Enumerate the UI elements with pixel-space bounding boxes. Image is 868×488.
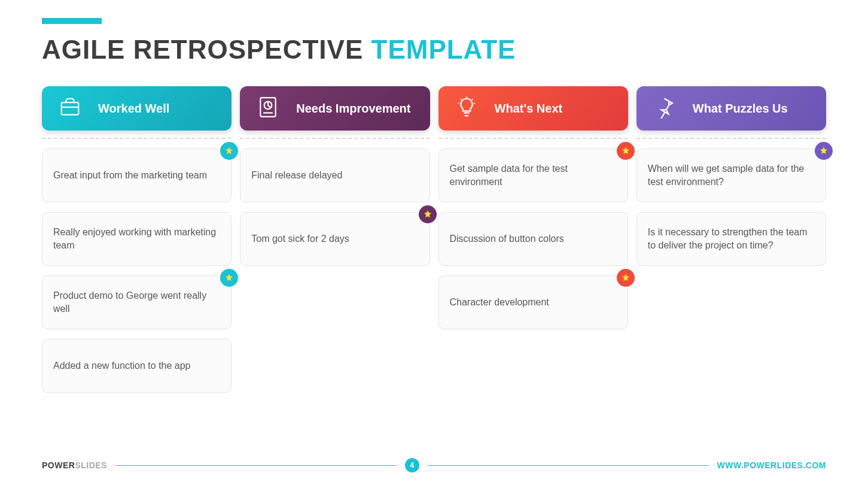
card-text: Tom got sick for 2 days — [251, 232, 349, 245]
retro-board: Worked Well Great input from the marketi… — [42, 86, 826, 402]
card-text: Is it necessary to strengthen the team t… — [648, 226, 815, 251]
retro-card: Get sample data for the test environment — [438, 148, 628, 202]
brand-light: SLIDES — [75, 460, 107, 470]
retro-card: Is it necessary to strengthen the team t… — [636, 212, 826, 266]
title-accent: TEMPLATE — [371, 35, 516, 64]
dashed-divider — [438, 138, 628, 139]
brand-main: POWER — [42, 460, 75, 470]
page-title: AGILE RETROSPECTIVE TEMPLATE — [42, 35, 826, 65]
retro-card: When will we get sample data for the tes… — [636, 148, 826, 202]
star-badge — [815, 142, 833, 160]
pie-doc-icon — [257, 96, 279, 122]
card-text: Really enjoyed working with marketing te… — [53, 226, 220, 251]
svg-rect-0 — [62, 102, 79, 115]
column-header-worked-well: Worked Well — [42, 86, 232, 131]
footer-line-right — [428, 465, 709, 466]
column-header-needs-improvement: Needs Improvement — [240, 86, 430, 131]
dashed-divider — [42, 138, 232, 139]
svg-rect-1 — [261, 98, 276, 117]
column-label: What's Next — [495, 102, 563, 116]
column-whats-next: What's Next Get sample data for the test… — [438, 86, 628, 402]
card-text: Character development — [450, 296, 549, 309]
footer: POWERSLIDES 4 WWW.POWERLIDES.COM — [42, 458, 826, 472]
retro-card: Discussion of button colors — [438, 212, 628, 266]
star-badge — [220, 269, 238, 287]
column-header-what-puzzles-us: What Puzzles Us — [636, 86, 826, 131]
title-main: AGILE RETROSPECTIVE — [42, 35, 371, 64]
card-text: When will we get sample data for the tes… — [648, 162, 815, 188]
card-text: Get sample data for the test environment — [450, 162, 617, 188]
card-text: Product demo to George went really well — [53, 289, 220, 315]
card-text: Added a new function to the app — [53, 359, 191, 372]
card-text: Final release delayed — [251, 169, 342, 182]
card-text: Great input from the marketing team — [53, 169, 207, 182]
column-label: What Puzzles Us — [693, 102, 788, 116]
column-label: Needs Improvement — [296, 102, 410, 116]
footer-url: WWW.POWERLIDES.COM — [717, 460, 826, 470]
dashed-divider — [636, 138, 826, 139]
card-text: Discussion of button colors — [450, 232, 564, 245]
star-badge — [220, 142, 238, 160]
retro-card: Product demo to George went really well — [42, 275, 232, 329]
lightbulb-icon — [455, 96, 478, 122]
star-badge — [419, 205, 437, 223]
pushpin-icon — [653, 96, 676, 122]
retro-card: Character development — [438, 275, 628, 329]
column-what-puzzles-us: What Puzzles Us When will we get sample … — [636, 86, 826, 402]
column-header-whats-next: What's Next — [438, 86, 628, 131]
column-label: Worked Well — [98, 102, 169, 116]
retro-card: Really enjoyed working with marketing te… — [42, 212, 232, 266]
column-worked-well: Worked Well Great input from the marketi… — [42, 86, 232, 402]
retro-card: Final release delayed — [240, 148, 430, 202]
dashed-divider — [240, 138, 430, 139]
retro-card: Added a new function to the app — [42, 339, 232, 393]
page-number: 4 — [405, 458, 419, 472]
star-badge — [617, 142, 635, 160]
accent-bar — [42, 18, 102, 24]
retro-card: Tom got sick for 2 days — [240, 212, 430, 266]
column-needs-improvement: Needs Improvement Final release delayed … — [240, 86, 430, 402]
star-badge — [617, 269, 635, 287]
briefcase-icon — [59, 96, 81, 122]
retro-card: Great input from the marketing team — [42, 148, 232, 202]
brand-logo: POWERSLIDES — [42, 460, 107, 470]
footer-line-left — [115, 465, 397, 466]
